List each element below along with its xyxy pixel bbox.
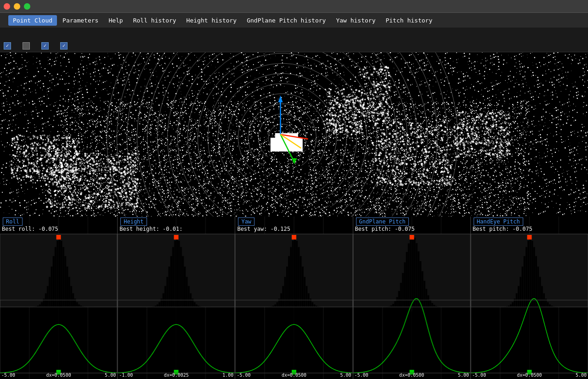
menu-item-roll-history[interactable]: Roll history: [129, 15, 181, 26]
panel-badge-roll: Roll: [3, 217, 23, 226]
axis-dx-roll: dx=0.0500: [46, 373, 71, 378]
menu-item-yaw-history[interactable]: Yaw history: [331, 15, 380, 26]
panel-best-height: Best height: -0.01:: [119, 226, 182, 232]
checkbox-lidar-coordinate-box[interactable]: ✓: [41, 42, 49, 50]
panel-best-roll: Best roll: -0.075: [2, 226, 58, 232]
checkbox-image[interactable]: [23, 42, 32, 50]
checkbox-image-box[interactable]: [23, 42, 30, 50]
menu-item-point-cloud[interactable]: Point Cloud: [8, 15, 57, 26]
axis-left-height: -1.00: [119, 373, 133, 378]
chart-canvas-yaw: [235, 217, 352, 379]
panel-best-yaw: Best yaw: -0.125: [237, 226, 290, 232]
point-cloud-canvas[interactable]: [0, 52, 588, 217]
axis-dx-height: dx=0.0025: [164, 373, 189, 378]
axis-right-roll: 5.00: [105, 373, 116, 378]
panel-badge-gndplane-pitch: GndPlane Pitch: [356, 217, 409, 226]
minimize-button[interactable]: [14, 3, 20, 10]
axis-right-height: 1.00: [222, 373, 233, 378]
menu-item-height-history[interactable]: Height history: [182, 15, 242, 26]
maximize-button[interactable]: [24, 3, 30, 10]
calibration-progress: [13, 30, 15, 37]
statusbar: [0, 28, 588, 39]
panel-height: HeightBest height: -0.01:-1.001.00dx=0.0…: [118, 217, 235, 379]
checkbar: ✓ ✓ ✓: [0, 39, 588, 52]
panel-best-handeye-pitch: Best pitch: -0.075: [473, 226, 532, 232]
axis-dx-handeye-pitch: dx=0.0500: [517, 373, 542, 378]
checkbox-point-cloud[interactable]: ✓: [4, 42, 13, 50]
chart-canvas-roll: [0, 217, 117, 379]
menu-item-parameters[interactable]: Parameters: [58, 15, 103, 26]
checkbox-point-cloud-box[interactable]: ✓: [4, 42, 11, 50]
axis-right-yaw: 5.00: [340, 373, 351, 378]
close-button[interactable]: [4, 3, 10, 10]
panel-best-gndplane-pitch: Best pitch: -0.075: [355, 226, 415, 232]
menubar: Point CloudParametersHelpRoll historyHei…: [0, 13, 588, 28]
axis-dx-yaw: dx=0.0500: [282, 373, 306, 378]
panel-handeye-pitch: HandEye PitchBest pitch: -0.075-5.005.00…: [471, 217, 588, 379]
axis-left-yaw: -5.00: [237, 373, 250, 378]
menu-item-gndplane-pitch-history[interactable]: GndPlane Pitch history: [242, 15, 330, 26]
panel-badge-height: Height: [120, 217, 147, 226]
menu-arrow-icon: [2, 18, 7, 22]
panel-gndplane-pitch: GndPlane PitchBest pitch: -0.075-5.005.0…: [353, 217, 471, 379]
axis-left-handeye-pitch: -5.00: [472, 373, 486, 378]
axis-right-gndplane-pitch: 5.00: [458, 373, 469, 378]
panel-roll: RollBest roll: -0.075-5.005.00dx=0.0500: [0, 217, 118, 379]
chart-canvas-gndplane-pitch: [353, 217, 470, 379]
axis-dx-gndplane-pitch: dx=0.0500: [399, 373, 424, 378]
menu-item-help[interactable]: Help: [104, 15, 127, 26]
panel-badge-handeye-pitch: HandEye Pitch: [474, 217, 523, 226]
menu-item-pitch-history[interactable]: Pitch history: [381, 15, 437, 26]
axis-left-gndplane-pitch: -5.00: [355, 373, 368, 378]
panel-badge-yaw: Yaw: [238, 217, 254, 226]
checkbox-rig-coordinate[interactable]: ✓: [60, 42, 70, 50]
axis-right-handeye-pitch: 5.00: [576, 373, 587, 378]
checkbox-rig-coordinate-box[interactable]: ✓: [60, 42, 68, 50]
checkbox-lidar-coordinate[interactable]: ✓: [41, 42, 51, 50]
point-cloud-viewport[interactable]: [0, 52, 588, 217]
histogram-panels: RollBest roll: -0.075-5.005.00dx=0.0500H…: [0, 217, 588, 379]
axis-left-roll: -5.00: [1, 373, 15, 378]
chart-canvas-height: [118, 217, 235, 379]
menu-items: Point CloudParametersHelpRoll historyHei…: [8, 15, 437, 26]
chart-canvas-handeye-pitch: [471, 217, 588, 379]
panel-yaw: YawBest yaw: -0.125-5.005.00dx=0.0500: [235, 217, 353, 379]
titlebar: [0, 0, 588, 13]
scan-label: [4, 30, 6, 37]
